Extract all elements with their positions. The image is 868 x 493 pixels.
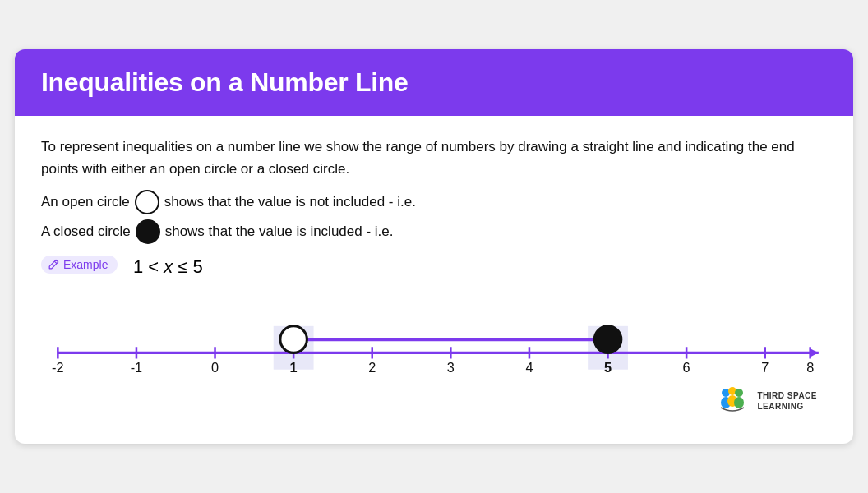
open-circle-icon [135,190,159,214]
intro-text: To represent inequalities on a number li… [41,136,827,180]
footer-row: THIRD SPACE LEARNING [41,380,827,427]
label-3: 3 [447,360,455,375]
tsl-logo: THIRD SPACE LEARNING [714,383,817,419]
label-6: 6 [683,360,690,375]
open-circle-row: An open circle shows that the value is n… [41,190,827,214]
header: Inequalities on a Number Line [15,49,853,116]
label-8: 8 [806,360,814,375]
axis-arrow [810,348,819,357]
content-area: To represent inequalities on a number li… [15,116,853,444]
label--1: -1 [131,360,142,375]
number-line-svg: -2 -1 0 1 2 3 4 [41,289,827,380]
card: Inequalities on a Number Line To represe… [15,49,853,444]
label-2: 2 [368,360,376,375]
svg-point-4 [735,389,743,397]
tsl-brand-line1: THIRD SPACE [757,390,817,401]
example-section: Example 1 < x ≤ 5 [41,256,827,278]
closed-circle-marker [594,326,621,353]
label-5: 5 [604,360,612,375]
example-formula: 1 < x ≤ 5 [133,256,203,278]
label-1: 1 [290,360,298,375]
number-line-container: -2 -1 0 1 2 3 4 [41,289,827,380]
pencil-icon [48,259,59,270]
tsl-brand-text: THIRD SPACE LEARNING [757,390,817,412]
example-label: Example [63,258,108,271]
open-circle-desc: shows that the value is not included - i… [164,194,416,210]
open-circle-marker [280,326,307,353]
example-badge: Example [41,256,118,274]
label--2: -2 [52,360,63,375]
label-0: 0 [211,360,219,375]
tsl-brand-line2: LEARNING [757,401,817,412]
open-circle-label: An open circle [41,194,130,210]
tsl-logo-icon [714,383,750,419]
closed-circle-label: A closed circle [41,223,131,240]
closed-circle-icon [136,219,160,244]
label-7: 7 [761,360,769,375]
closed-circle-row: A closed circle shows that the value is … [41,219,827,244]
page-title: Inequalities on a Number Line [41,67,827,98]
label-4: 4 [525,360,533,375]
svg-point-5 [734,397,744,408]
closed-circle-desc: shows that the value is included - i.e. [165,223,394,240]
